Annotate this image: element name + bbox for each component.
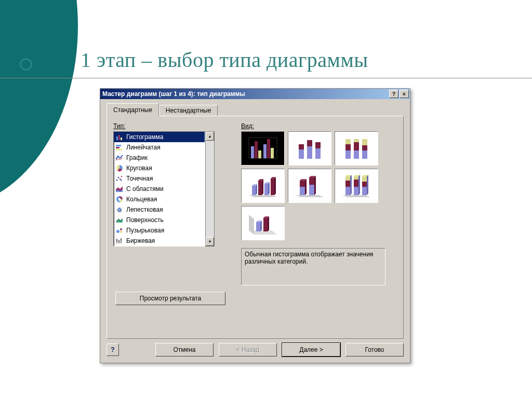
subtype-3d-stacked-column[interactable] — [288, 169, 331, 203]
listbox-scrollbar[interactable]: ▲ ▼ — [205, 131, 215, 246]
scroll-down-button[interactable]: ▼ — [206, 237, 214, 246]
svg-rect-32 — [258, 150, 261, 158]
svg-rect-40 — [315, 148, 321, 159]
help-icon: ? — [111, 346, 114, 353]
chart-type-label: Кольцевая — [126, 196, 157, 203]
svg-rect-4 — [116, 145, 121, 146]
svg-marker-60 — [268, 182, 270, 195]
subtype-3d-100pct-stacked-column[interactable] — [335, 169, 378, 203]
footer-help-button[interactable]: ? — [107, 344, 119, 356]
svg-rect-75 — [345, 176, 350, 181]
chart-type-label: Лепестковая — [126, 206, 163, 213]
svg-rect-41 — [315, 142, 321, 148]
slide-title: 1 этап – выбор типа диаграммы — [81, 48, 368, 72]
finish-button[interactable]: Готово — [345, 343, 404, 356]
chart-type-listbox[interactable]: Гистограмма Линейчатая Гра — [113, 131, 205, 246]
tab-standard[interactable]: Стандартные — [107, 103, 159, 116]
chart-type-item-area[interactable]: С областями — [114, 184, 205, 194]
subtype-3d-column[interactable] — [241, 206, 285, 240]
chart-type-item-line[interactable]: График — [114, 153, 205, 163]
view-label: Вид: — [241, 122, 378, 130]
svg-rect-50 — [362, 145, 367, 150]
scroll-up-button[interactable]: ▲ — [206, 132, 214, 141]
chart-type-item-radar[interactable]: Лепестковая — [114, 204, 205, 215]
svg-rect-81 — [354, 180, 358, 187]
svg-marker-54 — [256, 184, 257, 195]
chart-type-item-surface[interactable]: Поверхность — [114, 215, 205, 225]
bubble-chart-icon — [115, 226, 124, 235]
subtype-3d-clustered-column[interactable] — [241, 169, 285, 203]
stock-chart-icon — [115, 236, 124, 245]
svg-marker-83 — [358, 175, 360, 195]
svg-rect-76 — [345, 181, 350, 187]
svg-point-12 — [121, 180, 122, 181]
next-button[interactable]: Далее > — [282, 343, 340, 356]
svg-rect-49 — [362, 139, 367, 145]
subtype-clustered-column[interactable] — [241, 131, 285, 166]
dialog-title: Мастер диаграмм (шаг 1 из 4): тип диагра… — [102, 90, 389, 98]
chart-type-item-bar[interactable]: Линейчатая — [114, 142, 205, 153]
svg-rect-94 — [263, 218, 268, 231]
svg-rect-3 — [121, 138, 122, 140]
svg-rect-85 — [362, 176, 367, 182]
svg-rect-44 — [345, 144, 351, 150]
preview-result-button[interactable]: Просмотр результата — [115, 292, 225, 305]
area-chart-icon — [115, 184, 124, 194]
svg-rect-69 — [309, 185, 314, 195]
svg-rect-58 — [264, 184, 268, 195]
svg-rect-1 — [116, 136, 118, 140]
svg-rect-70 — [309, 177, 314, 185]
chart-type-label: Гистограмма — [126, 133, 163, 141]
surface-chart-icon — [115, 215, 124, 225]
radar-chart-icon — [115, 205, 124, 214]
chart-type-label: Круговая — [126, 164, 152, 172]
scroll-track[interactable] — [206, 141, 214, 237]
svg-rect-31 — [255, 141, 258, 158]
chart-type-label: Пузырьковая — [126, 227, 164, 234]
svg-marker-78 — [350, 175, 352, 195]
svg-marker-63 — [274, 177, 276, 195]
titlebar-close-button[interactable]: × — [400, 90, 409, 98]
svg-point-9 — [118, 177, 119, 178]
slide-decor-arc — [0, 0, 78, 208]
dialog-titlebar[interactable]: Мастер диаграмм (шаг 1 из 4): тип диагра… — [100, 89, 410, 99]
svg-rect-47 — [354, 142, 359, 150]
chart-type-item-scatter[interactable]: Точечная — [114, 173, 205, 184]
svg-point-22 — [121, 231, 122, 233]
chart-type-label: График — [126, 154, 148, 161]
svg-marker-57 — [262, 179, 263, 195]
svg-marker-90 — [249, 215, 254, 235]
svg-marker-96 — [268, 216, 269, 231]
slide-bullet-icon — [20, 58, 32, 71]
chart-type-item-bubble[interactable]: Пузырьковая — [114, 225, 205, 236]
svg-marker-64 — [296, 195, 324, 197]
svg-rect-36 — [299, 149, 304, 159]
chart-type-item-pie[interactable]: Круговая — [114, 163, 205, 173]
svg-marker-72 — [314, 176, 316, 195]
chart-type-item-stock[interactable]: Биржевая — [114, 236, 205, 246]
chart-type-item-column[interactable]: Гистограмма — [114, 132, 205, 142]
svg-rect-6 — [116, 149, 122, 150]
svg-rect-5 — [116, 147, 119, 148]
svg-marker-18 — [118, 208, 121, 211]
cancel-button[interactable]: Отмена — [155, 343, 214, 356]
back-button[interactable]: < Назад — [219, 343, 277, 356]
tabstrip: Стандартные Нестандартные — [107, 103, 404, 116]
chart-type-label: С областями — [126, 185, 164, 193]
svg-rect-39 — [307, 140, 312, 146]
svg-rect-37 — [299, 144, 304, 149]
svg-point-8 — [116, 180, 117, 181]
titlebar-help-button[interactable]: ? — [389, 90, 398, 98]
svg-rect-61 — [271, 179, 274, 195]
subtype-100pct-stacked-column[interactable] — [335, 131, 378, 166]
tab-custom[interactable]: Нестандартные — [159, 105, 218, 116]
svg-rect-65 — [300, 187, 305, 195]
subtype-stacked-column[interactable] — [288, 131, 331, 166]
svg-point-10 — [119, 179, 121, 180]
chart-type-item-doughnut[interactable]: Кольцевая — [114, 194, 205, 204]
chart-type-label: Точечная — [126, 175, 153, 182]
svg-rect-35 — [271, 148, 274, 158]
svg-marker-68 — [305, 179, 307, 195]
svg-rect-91 — [256, 222, 260, 231]
doughnut-chart-icon — [115, 195, 124, 204]
